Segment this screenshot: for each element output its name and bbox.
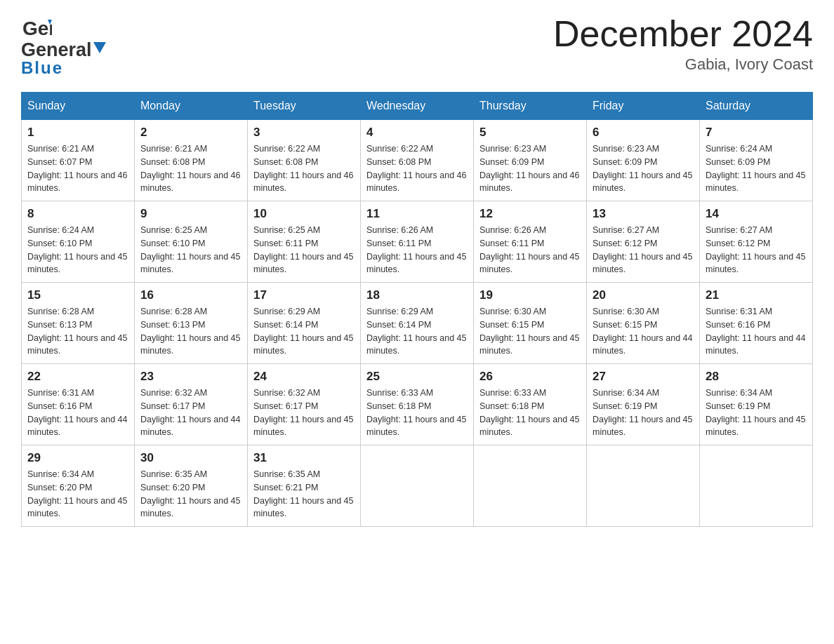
day-info: Sunrise: 6:23 AMSunset: 6:09 PMDaylight:… [593,142,694,195]
week-row-2: 8Sunrise: 6:24 AMSunset: 6:10 PMDaylight… [22,201,813,283]
day-cell [361,445,474,527]
day-number: 20 [593,288,694,302]
title-block: December 2024 Gabia, Ivory Coast [553,14,813,74]
day-info: Sunrise: 6:28 AMSunset: 6:13 PMDaylight:… [27,305,128,358]
day-cell: 16Sunrise: 6:28 AMSunset: 6:13 PMDayligh… [135,283,248,364]
day-cell: 4Sunrise: 6:22 AMSunset: 6:08 PMDaylight… [361,120,474,201]
day-cell [700,445,813,527]
day-cell: 22Sunrise: 6:31 AMSunset: 6:16 PMDayligh… [22,364,135,445]
day-info: Sunrise: 6:33 AMSunset: 6:18 PMDaylight:… [366,387,468,439]
weekday-thursday: Thursday [474,93,587,120]
week-row-4: 22Sunrise: 6:31 AMSunset: 6:16 PMDayligh… [22,364,813,445]
day-cell: 1Sunrise: 6:21 AMSunset: 6:07 PMDaylight… [22,120,135,201]
day-number: 3 [253,126,355,140]
day-cell: 27Sunrise: 6:34 AMSunset: 6:19 PMDayligh… [587,364,700,445]
day-cell [587,445,700,527]
day-number: 10 [253,207,355,221]
day-number: 12 [479,207,581,221]
day-cell: 14Sunrise: 6:27 AMSunset: 6:12 PMDayligh… [700,201,813,283]
day-info: Sunrise: 6:31 AMSunset: 6:16 PMDaylight:… [706,305,807,358]
weekday-tuesday: Tuesday [248,93,361,120]
day-number: 27 [593,370,694,384]
day-info: Sunrise: 6:22 AMSunset: 6:08 PMDaylight:… [253,142,355,195]
day-cell: 18Sunrise: 6:29 AMSunset: 6:14 PMDayligh… [361,283,474,364]
day-info: Sunrise: 6:29 AMSunset: 6:14 PMDaylight:… [253,305,355,358]
day-number: 14 [706,207,807,221]
day-info: Sunrise: 6:23 AMSunset: 6:09 PMDaylight:… [479,142,581,195]
day-info: Sunrise: 6:34 AMSunset: 6:19 PMDaylight:… [706,387,807,439]
day-info: Sunrise: 6:27 AMSunset: 6:12 PMDaylight:… [593,224,694,276]
day-info: Sunrise: 6:24 AMSunset: 6:10 PMDaylight:… [27,224,128,276]
day-info: Sunrise: 6:33 AMSunset: 6:18 PMDaylight:… [479,387,581,439]
day-info: Sunrise: 6:35 AMSunset: 6:20 PMDaylight:… [140,468,241,521]
day-number: 25 [366,370,468,384]
day-cell: 19Sunrise: 6:30 AMSunset: 6:15 PMDayligh… [474,283,587,364]
day-cell: 21Sunrise: 6:31 AMSunset: 6:16 PMDayligh… [700,283,813,364]
logo: General General Blue [21,14,106,78]
day-cell: 20Sunrise: 6:30 AMSunset: 6:15 PMDayligh… [587,283,700,364]
day-number: 22 [27,370,128,384]
day-cell: 11Sunrise: 6:26 AMSunset: 6:11 PMDayligh… [361,201,474,283]
weekday-monday: Monday [135,93,248,120]
day-info: Sunrise: 6:25 AMSunset: 6:11 PMDaylight:… [253,224,355,276]
location: Gabia, Ivory Coast [553,55,813,74]
day-number: 26 [479,370,581,384]
week-row-3: 15Sunrise: 6:28 AMSunset: 6:13 PMDayligh… [22,283,813,364]
logo-triangle-icon [93,42,106,56]
day-info: Sunrise: 6:34 AMSunset: 6:20 PMDaylight:… [27,468,128,521]
day-cell: 26Sunrise: 6:33 AMSunset: 6:18 PMDayligh… [474,364,587,445]
day-number: 5 [479,126,581,140]
day-number: 1 [27,126,128,140]
day-cell: 3Sunrise: 6:22 AMSunset: 6:08 PMDaylight… [248,120,361,201]
day-info: Sunrise: 6:32 AMSunset: 6:17 PMDaylight:… [140,387,241,439]
weekday-header-row: SundayMondayTuesdayWednesdayThursdayFrid… [22,93,813,120]
day-number: 8 [27,207,128,221]
day-info: Sunrise: 6:27 AMSunset: 6:12 PMDaylight:… [706,224,807,276]
weekday-wednesday: Wednesday [361,93,474,120]
day-cell: 7Sunrise: 6:24 AMSunset: 6:09 PMDaylight… [700,120,813,201]
day-number: 18 [366,288,468,302]
day-number: 13 [593,207,694,221]
month-title: December 2024 [553,14,813,54]
day-number: 15 [27,288,128,302]
day-number: 30 [140,451,241,465]
day-number: 11 [366,207,468,221]
calendar-body: 1Sunrise: 6:21 AMSunset: 6:07 PMDaylight… [22,120,813,527]
svg-marker-2 [93,42,106,53]
day-number: 17 [253,288,355,302]
day-info: Sunrise: 6:26 AMSunset: 6:11 PMDaylight:… [366,224,468,276]
day-cell: 12Sunrise: 6:26 AMSunset: 6:11 PMDayligh… [474,201,587,283]
day-cell: 31Sunrise: 6:35 AMSunset: 6:21 PMDayligh… [248,445,361,527]
day-cell: 23Sunrise: 6:32 AMSunset: 6:17 PMDayligh… [135,364,248,445]
calendar-table: SundayMondayTuesdayWednesdayThursdayFrid… [21,92,813,527]
day-cell: 29Sunrise: 6:34 AMSunset: 6:20 PMDayligh… [22,445,135,527]
day-number: 24 [253,370,355,384]
day-info: Sunrise: 6:25 AMSunset: 6:10 PMDaylight:… [140,224,241,276]
day-info: Sunrise: 6:22 AMSunset: 6:08 PMDaylight:… [366,142,468,195]
day-info: Sunrise: 6:21 AMSunset: 6:07 PMDaylight:… [27,142,128,195]
day-cell: 2Sunrise: 6:21 AMSunset: 6:08 PMDaylight… [135,120,248,201]
day-number: 7 [706,126,807,140]
day-info: Sunrise: 6:26 AMSunset: 6:11 PMDaylight:… [479,224,581,276]
weekday-friday: Friday [587,93,700,120]
week-row-5: 29Sunrise: 6:34 AMSunset: 6:20 PMDayligh… [22,445,813,527]
day-info: Sunrise: 6:31 AMSunset: 6:16 PMDaylight:… [27,387,128,439]
logo-blue: Blue [21,58,63,78]
day-number: 16 [140,288,241,302]
day-number: 9 [140,207,241,221]
day-info: Sunrise: 6:28 AMSunset: 6:13 PMDaylight:… [140,305,241,358]
day-cell: 9Sunrise: 6:25 AMSunset: 6:10 PMDaylight… [135,201,248,283]
svg-text:General: General [22,18,52,39]
day-info: Sunrise: 6:32 AMSunset: 6:17 PMDaylight:… [253,387,355,439]
day-number: 6 [593,126,694,140]
week-row-1: 1Sunrise: 6:21 AMSunset: 6:07 PMDaylight… [22,120,813,201]
day-number: 31 [253,451,355,465]
weekday-sunday: Sunday [22,93,135,120]
day-cell: 13Sunrise: 6:27 AMSunset: 6:12 PMDayligh… [587,201,700,283]
day-info: Sunrise: 6:30 AMSunset: 6:15 PMDaylight:… [593,305,694,358]
day-info: Sunrise: 6:34 AMSunset: 6:19 PMDaylight:… [593,387,694,439]
day-cell: 8Sunrise: 6:24 AMSunset: 6:10 PMDaylight… [22,201,135,283]
day-cell: 30Sunrise: 6:35 AMSunset: 6:20 PMDayligh… [135,445,248,527]
day-number: 19 [479,288,581,302]
day-number: 28 [706,370,807,384]
